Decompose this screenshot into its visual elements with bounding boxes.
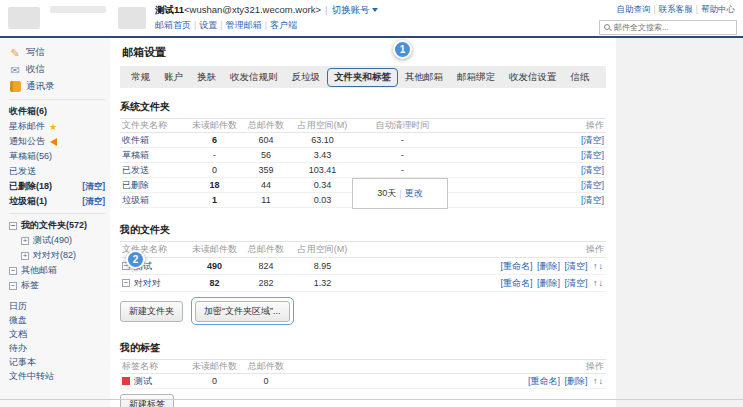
tab-stationery[interactable]: 信纸 (564, 68, 597, 87)
folder-link[interactable]: 垃圾箱 (120, 194, 192, 207)
tab-send-receive[interactable]: 收发信设置 (502, 68, 564, 87)
tab-account[interactable]: 账户 (157, 68, 190, 87)
folder-link[interactable]: 收件箱 (120, 134, 192, 147)
sidebar-item-announcements[interactable]: 通知公告 (9, 134, 105, 149)
clear-link[interactable]: [清空] (581, 165, 604, 175)
switch-account-link[interactable]: 切换账号 (331, 4, 369, 15)
folder-link[interactable]: 已发送 (120, 164, 192, 177)
clear-link[interactable]: [清空] (581, 195, 604, 205)
redacted-text (50, 6, 106, 13)
search-input[interactable] (614, 23, 732, 32)
sidebar-app-wedrive[interactable]: 微盘 (9, 313, 105, 327)
rename-link[interactable]: [重命名] (528, 376, 560, 386)
sidebar-app-todo[interactable]: 待办 (9, 341, 105, 355)
delete-link[interactable]: [删除] (537, 278, 560, 288)
encrypt-folder-area-button[interactable]: 加密“文件夹区域”... (195, 301, 290, 322)
caret-down-icon[interactable] (372, 8, 378, 12)
table-header: 文件夹名称 未读邮件数 总邮件数 占用空间(M) 操作 (120, 241, 606, 258)
sidebar-item-my-folders[interactable]: −我的文件夹(572) (9, 218, 105, 233)
sidebar-compose[interactable]: ✎写信 (9, 44, 105, 61)
sidebar-app-calendar[interactable]: 日历 (9, 299, 105, 313)
sidebar-receive[interactable]: ✉收信 (9, 61, 105, 78)
clear-link[interactable]: [清空] (564, 278, 587, 288)
rename-link[interactable]: [重命名] (500, 261, 532, 271)
sidebar-item-inbox[interactable]: 收件箱(6) (9, 104, 105, 119)
compose-label: 写信 (26, 46, 45, 59)
nav-client[interactable]: 客户端 (270, 20, 297, 30)
help-center-link[interactable]: 帮助中心 (701, 4, 735, 14)
sidebar-contacts[interactable]: 通讯录 (9, 78, 105, 95)
sidebar-app-notes[interactable]: 记事本 (9, 355, 105, 369)
change-auto-clean-link[interactable]: 更改 (405, 187, 423, 200)
sidebar-item-spam[interactable]: 垃圾箱(1)[清空] (9, 194, 105, 209)
clear-link[interactable]: [清空] (581, 180, 604, 190)
logo-placeholder (8, 7, 40, 29)
bottom-divider (0, 399, 743, 400)
contact-support-link[interactable]: 联系客服 (659, 4, 693, 14)
cell-total: 0 (237, 376, 295, 386)
divider: | (325, 4, 327, 15)
cell-unread: 0 (192, 165, 237, 175)
folder-ddd-label: 对对对(82) (33, 249, 76, 262)
tab-general[interactable]: 常规 (124, 68, 157, 87)
tab-folders-and-labels[interactable]: 文件夹和标签 (327, 68, 398, 87)
logo-placeholder-2 (118, 7, 146, 29)
cell-auto-clean: - (350, 150, 455, 160)
reorder-arrows[interactable]: ↑↓ (593, 261, 604, 271)
collapse-icon[interactable]: − (9, 267, 17, 275)
clear-link[interactable]: [清空] (581, 150, 604, 160)
cell-space: 0.34 (295, 180, 350, 190)
nav-manage-mail[interactable]: 管理邮箱 (226, 20, 262, 30)
cell-space: 3.43 (295, 150, 350, 160)
clear-spam-link[interactable]: [清空] (82, 196, 105, 208)
sidebar-item-labels[interactable]: −标签 (9, 278, 105, 293)
sidebar-item-starred[interactable]: 星标邮件★ (9, 119, 105, 134)
sidebar-item-folder-ddd[interactable]: +对对对(82) (21, 248, 105, 263)
system-folders-title: 系统文件夹 (120, 100, 606, 118)
sidebar-app-file-transfer[interactable]: 文件中转站 (9, 369, 105, 383)
callout-step-2: 2 (126, 250, 145, 269)
new-folder-button[interactable]: 新建文件夹 (120, 301, 183, 322)
nav-mail-home[interactable]: 邮箱首页 (155, 20, 191, 30)
collapse-icon[interactable]: − (9, 222, 17, 230)
sidebar-item-other-mail[interactable]: −其他邮箱 (9, 263, 105, 278)
folder-link[interactable]: 草稿箱 (120, 149, 192, 162)
folder-link[interactable]: 对对对 (134, 277, 161, 290)
callout-step-1: 1 (393, 40, 412, 59)
delete-link[interactable]: [删除] (537, 261, 560, 271)
search-box[interactable] (599, 20, 737, 35)
reorder-arrows[interactable]: ↑↓ (593, 278, 604, 288)
sidebar-item-folder-test[interactable]: +测试(490) (21, 233, 105, 248)
cell-unread: 0 (192, 376, 237, 386)
new-label-button[interactable]: 新建标签 (120, 394, 174, 407)
clear-deleted-link[interactable]: [清空] (82, 181, 105, 193)
nav-settings[interactable]: 设置 (199, 20, 217, 30)
tab-other-mailboxes[interactable]: 其他邮箱 (398, 68, 450, 87)
tab-mail-rules[interactable]: 收发信规则 (223, 68, 285, 87)
drafts-label: 草稿箱(56) (9, 150, 52, 163)
self-service-link[interactable]: 自助查询 (617, 4, 651, 14)
collapse-icon[interactable]: − (122, 279, 130, 287)
reorder-arrows[interactable]: ↑↓ (593, 376, 604, 386)
folder-link[interactable]: 已删除 (120, 179, 192, 192)
expand-icon[interactable]: + (21, 252, 29, 260)
sidebar-item-drafts[interactable]: 草稿箱(56) (9, 149, 105, 164)
cell-total: 604 (237, 135, 295, 145)
delete-link[interactable]: [删除] (564, 376, 587, 386)
tab-mail-binding[interactable]: 邮箱绑定 (450, 68, 502, 87)
cell-auto-clean: - (350, 135, 455, 145)
cell-unread: 490 (192, 261, 237, 271)
rename-link[interactable]: [重命名] (500, 278, 532, 288)
clear-link[interactable]: [清空] (564, 261, 587, 271)
separator (9, 213, 105, 214)
collapse-icon[interactable]: − (9, 282, 17, 290)
sidebar-item-sent[interactable]: 已发送 (9, 164, 105, 179)
expand-icon[interactable]: + (21, 237, 29, 245)
tab-antispam[interactable]: 反垃圾 (285, 68, 328, 87)
clear-link[interactable]: [清空] (581, 135, 604, 145)
sidebar-item-deleted[interactable]: 已删除(18)[清空] (9, 179, 105, 194)
label-link[interactable]: 测试 (134, 376, 152, 386)
sidebar-app-docs[interactable]: 文档 (9, 327, 105, 341)
tab-skin[interactable]: 换肤 (190, 68, 223, 87)
sent-label: 已发送 (9, 165, 36, 178)
